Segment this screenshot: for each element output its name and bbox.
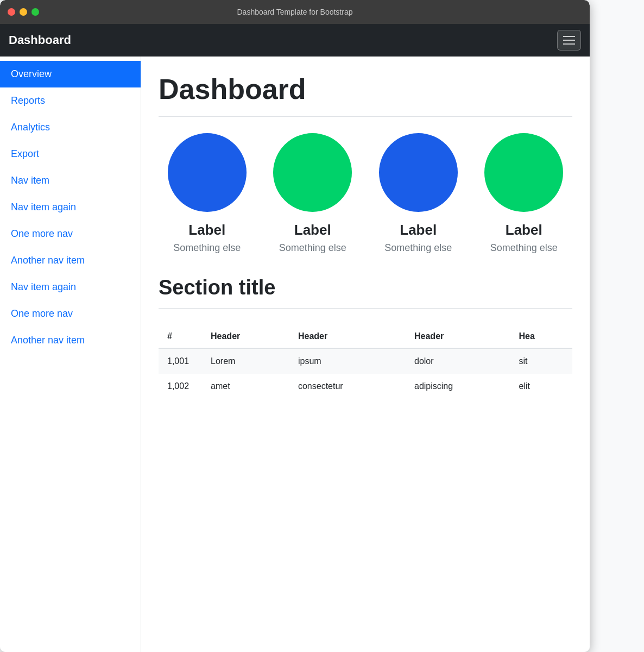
circle-blue-1 (168, 133, 247, 212)
toggler-bar-2 (563, 40, 575, 41)
circle-green-1 (273, 133, 352, 212)
th-header-1: Header (202, 325, 289, 348)
cell-2-1: amet (202, 374, 289, 399)
circles-row: Label Something else Label Something els… (159, 133, 572, 254)
table-row: 1,002 amet consectetur adipiscing elit (159, 374, 572, 399)
table-header-row: # Header Header Header Hea (159, 325, 572, 348)
sidebar-item-analytics[interactable]: Analytics (0, 114, 141, 141)
circle-sublabel-1: Something else (173, 242, 241, 254)
sidebar-item-overview[interactable]: Overview (0, 61, 141, 87)
maximize-button[interactable] (31, 8, 39, 16)
circle-card-3: Label Something else (370, 133, 467, 254)
table-head: # Header Header Header Hea (159, 325, 572, 348)
data-table: # Header Header Header Hea 1,001 Lorem i… (159, 325, 572, 399)
circle-card-1: Label Something else (159, 133, 256, 254)
th-header-3: Header (406, 325, 510, 348)
cell-id-2: 1,002 (159, 374, 202, 399)
circle-green-2 (484, 133, 563, 212)
page-title: Dashboard (159, 73, 572, 105)
th-hash: # (159, 325, 202, 348)
cell-1-1: Lorem (202, 348, 289, 374)
circle-card-2: Label Something else (264, 133, 362, 254)
navbar: Dashboard (0, 24, 590, 57)
circle-blue-2 (379, 133, 458, 212)
sidebar: Overview Reports Analytics Export Nav it… (0, 57, 141, 652)
cell-id-1: 1,001 (159, 348, 202, 374)
cell-1-4: sit (510, 348, 572, 374)
section-divider (159, 308, 572, 309)
main-content: Dashboard Label Something else Label Som… (141, 57, 590, 652)
navbar-toggler[interactable] (557, 30, 581, 51)
circle-label-3: Label (400, 222, 437, 239)
cell-1-3: dolor (406, 348, 510, 374)
circle-card-4: Label Something else (476, 133, 573, 254)
section-title: Section title (159, 276, 572, 299)
circle-sublabel-4: Something else (490, 242, 558, 254)
circle-sublabel-3: Something else (384, 242, 452, 254)
sidebar-item-another-nav-item-2[interactable]: Another nav item (0, 327, 141, 354)
toggler-bar-3 (563, 43, 575, 45)
th-header-2: Header (289, 325, 406, 348)
cell-2-2: consectetur (289, 374, 406, 399)
circle-label-1: Label (188, 222, 225, 239)
table-body: 1,001 Lorem ipsum dolor sit 1,002 amet c… (159, 348, 572, 399)
cell-1-2: ipsum (289, 348, 406, 374)
table-row: 1,001 Lorem ipsum dolor sit (159, 348, 572, 374)
sidebar-item-nav-item-again[interactable]: Nav item again (0, 194, 141, 221)
minimize-button[interactable] (20, 8, 27, 16)
toggler-bar-1 (563, 36, 575, 37)
sidebar-item-nav-item-again-2[interactable]: Nav item again (0, 274, 141, 300)
sidebar-item-nav-item[interactable]: Nav item (0, 167, 141, 194)
circle-sublabel-2: Something else (279, 242, 346, 254)
th-header-4: Hea (510, 325, 572, 348)
sidebar-item-reports[interactable]: Reports (0, 87, 141, 114)
window-chrome: Dashboard Template for Bootstrap (0, 0, 590, 24)
circle-label-2: Label (294, 222, 331, 239)
circle-label-4: Label (506, 222, 542, 239)
sidebar-item-one-more-nav-2[interactable]: One more nav (0, 300, 141, 327)
sidebar-item-export[interactable]: Export (0, 141, 141, 167)
sidebar-item-one-more-nav[interactable]: One more nav (0, 221, 141, 247)
close-button[interactable] (8, 8, 15, 16)
main-layout: Overview Reports Analytics Export Nav it… (0, 57, 590, 652)
cell-2-3: adipiscing (406, 374, 510, 399)
window-title: Dashboard Template for Bootstrap (237, 8, 353, 16)
window-buttons (8, 8, 39, 16)
sidebar-item-another-nav-item[interactable]: Another nav item (0, 247, 141, 274)
title-divider (159, 116, 572, 117)
cell-2-4: elit (510, 374, 572, 399)
navbar-brand: Dashboard (9, 33, 71, 47)
